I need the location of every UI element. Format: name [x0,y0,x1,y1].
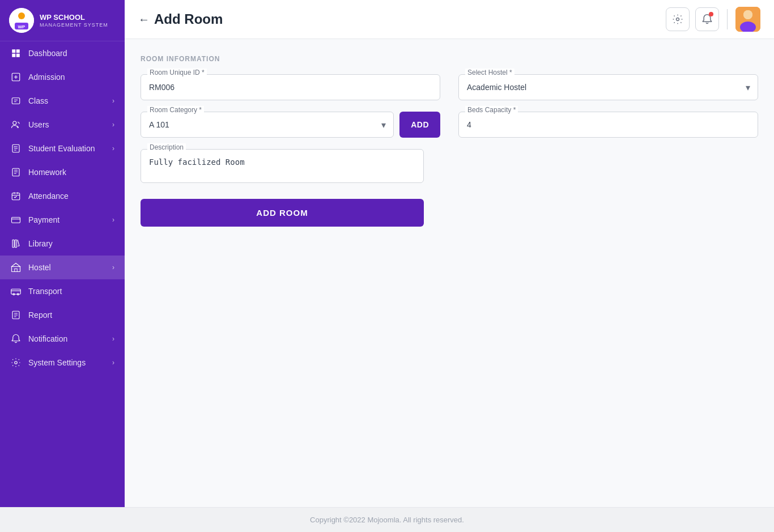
sidebar-label-users: Users [28,120,49,129]
logo-icon: WP [9,8,34,33]
sidebar-logo: WP WP SCHOOL MANAGEMENT SYSTEM [0,0,125,41]
svg-point-24 [743,10,752,19]
bell-badge [709,12,713,16]
header-title-container: ← Add Room [138,11,223,27]
svg-rect-12 [15,240,17,248]
description-row: Description [141,149,758,185]
middle-form-row: Room Category * A 101 A 102 B 101 ▾ ADD [141,112,758,138]
section-label: ROOM INFORMATION [141,55,758,63]
sidebar-label-transport: Transport [28,287,62,296]
hostel-icon [10,262,22,273]
add-category-button[interactable]: ADD [399,112,440,138]
sidebar-item-users[interactable]: Users › [0,113,125,137]
sidebar-label-evaluation: Student Evaluation [28,144,95,153]
beds-capacity-input[interactable] [458,112,758,138]
class-arrow: › [112,97,114,105]
payment-arrow: › [112,216,114,224]
system-settings-icon [10,357,22,368]
description-label: Description [147,143,186,151]
notification-icon [10,333,22,344]
svg-point-20 [677,18,679,21]
homework-icon [10,167,22,178]
avatar-image [735,7,760,32]
sidebar-item-homework[interactable]: Homework [0,160,125,184]
footer-text: Copyright ©2022 Mojoomla. All rights res… [310,516,464,524]
admission-icon [10,71,22,83]
svg-rect-11 [12,240,14,248]
sidebar-item-student-evaluation[interactable]: Student Evaluation › [0,137,125,160]
payment-icon [10,214,22,225]
svg-rect-14 [15,269,18,271]
sidebar-label-attendance: Attendance [28,191,69,201]
beds-capacity-field: Beds Capacity * [458,112,758,138]
header: ← Add Room [125,0,774,39]
room-category-select-wrapper: A 101 A 102 B 101 ▾ [141,112,394,138]
gear-icon [672,14,683,25]
room-category-label: Room Category * [147,106,204,114]
svg-rect-10 [12,218,20,223]
evaluation-icon [10,143,22,154]
room-unique-id-input[interactable] [141,74,440,100]
beds-capacity-label: Beds Capacity * [465,106,518,114]
sidebar-label-class: Class [28,96,48,105]
footer: Copyright ©2022 Mojoomla. All rights res… [0,507,774,532]
sidebar-label-report: Report [28,310,52,320]
room-category-dropdown[interactable]: A 101 A 102 B 101 [141,112,394,138]
page-body: ROOM INFORMATION Room Unique ID * Select… [125,39,774,507]
svg-rect-5 [12,98,20,104]
sidebar-item-library[interactable]: Library [0,232,125,256]
sidebar-item-payment[interactable]: Payment › [0,208,125,232]
sidebar-item-hostel[interactable]: Hostel › [0,256,125,279]
library-icon [10,238,22,249]
page-title: Add Room [154,11,223,27]
sidebar-label-hostel: Hostel [28,263,51,272]
svg-point-1 [18,12,25,19]
users-arrow: › [112,121,114,129]
sidebar-item-transport[interactable]: Transport [0,279,125,303]
users-icon [10,119,22,130]
transport-icon [10,286,22,297]
svg-rect-8 [12,168,19,176]
main-content: ← Add Room [125,0,774,507]
select-hostel-wrapper: Academic Hostel Boys Hostel Girls Hostel… [458,74,758,100]
sidebar-label-system-settings: System Settings [28,358,86,367]
avatar [735,7,760,32]
dashboard-icon [10,48,22,59]
select-hostel-dropdown[interactable]: Academic Hostel Boys Hostel Girls Hostel [458,74,758,100]
sidebar-item-dashboard[interactable]: Dashboard [0,41,125,65]
sidebar-item-admission[interactable]: Admission [0,65,125,89]
logo-subtitle: MANAGEMENT SYSTEM [40,22,108,28]
select-hostel-field: Select Hostel * Academic Hostel Boys Hos… [458,74,758,100]
notification-arrow: › [112,335,114,343]
settings-button[interactable] [666,7,690,31]
room-category-field: Room Category * A 101 A 102 B 101 ▾ ADD [141,112,440,138]
evaluation-arrow: › [112,144,114,152]
sidebar-item-report[interactable]: Report [0,303,125,327]
select-hostel-label: Select Hostel * [465,69,514,76]
logo-name: WP SCHOOL [40,13,108,22]
svg-text:WP: WP [18,24,26,29]
sidebar-label-admission: Admission [28,73,65,82]
svg-rect-15 [11,289,21,294]
sidebar-label-library: Library [28,239,53,248]
sidebar-item-class[interactable]: Class › [0,89,125,113]
svg-point-6 [13,121,16,125]
sidebar-label-payment: Payment [28,215,59,224]
sidebar-label-homework: Homework [28,168,66,177]
room-unique-id-label: Room Unique ID * [147,69,207,76]
svg-point-19 [15,361,18,364]
sidebar-item-system-settings[interactable]: System Settings › [0,351,125,374]
bell-button[interactable] [695,7,719,31]
description-textarea[interactable] [141,149,424,183]
top-form-row: Room Unique ID * Select Hostel * Academi… [141,74,758,100]
category-row: A 101 A 102 B 101 ▾ ADD [141,112,440,138]
report-icon [10,309,22,321]
description-field: Description [141,149,424,185]
add-room-button[interactable]: ADD ROOM [141,199,424,227]
header-actions [666,7,760,32]
sidebar-item-attendance[interactable]: Attendance [0,184,125,208]
svg-rect-13 [12,267,20,272]
sidebar-item-notification[interactable]: Notification › [0,327,125,351]
back-arrow[interactable]: ← [138,13,150,26]
sidebar-label-dashboard: Dashboard [28,49,67,58]
